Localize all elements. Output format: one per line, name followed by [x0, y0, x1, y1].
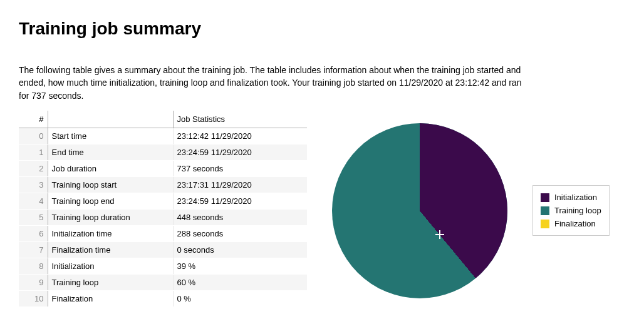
col-header-value: Job Statistics	[173, 111, 307, 128]
legend-label: Initialization	[554, 193, 597, 202]
row-value: 23:12:42 11/29/2020	[173, 128, 307, 144]
pie-slice-initialization	[332, 123, 507, 298]
chart-legend: Initialization Training loop Finalizatio…	[532, 185, 610, 236]
page-title: Training job summary	[19, 19, 625, 39]
table-row: 9Training loop60 %	[19, 274, 307, 290]
legend-item: Training loop	[541, 204, 601, 217]
legend-swatch	[541, 193, 549, 202]
table-row: 3Training loop start23:17:31 11/29/2020	[19, 176, 307, 193]
row-index: 2	[19, 160, 48, 176]
table-row: 2Job duration737 seconds	[19, 160, 307, 176]
row-label: Training loop duration	[48, 209, 173, 225]
row-index: 0	[19, 128, 48, 144]
row-index: 5	[19, 209, 48, 225]
row-index: 1	[19, 144, 48, 160]
row-label: Training loop start	[48, 176, 173, 193]
legend-label: Finalization	[554, 219, 596, 228]
row-label: End time	[48, 144, 173, 160]
legend-item: Finalization	[541, 217, 601, 230]
row-label: Start time	[48, 128, 173, 144]
table-row: 0Start time23:12:42 11/29/2020	[19, 128, 307, 144]
row-value: 23:17:31 11/29/2020	[173, 176, 307, 193]
row-value: 23:24:59 11/29/2020	[173, 144, 307, 160]
row-index: 10	[19, 290, 48, 306]
legend-item: Initialization	[541, 191, 601, 204]
row-label: Training loop	[48, 274, 173, 290]
row-index: 3	[19, 176, 48, 193]
row-index: 8	[19, 258, 48, 274]
row-index: 7	[19, 241, 48, 258]
row-label: Training loop end	[48, 193, 173, 209]
row-index: 4	[19, 193, 48, 209]
row-value: 737 seconds	[173, 160, 307, 176]
table-row: 10Finalization0 %	[19, 290, 307, 306]
row-index: 9	[19, 274, 48, 290]
table-row: 6Initialization time288 seconds	[19, 225, 307, 241]
pie-chart[interactable]	[332, 123, 507, 298]
row-index: 6	[19, 225, 48, 241]
intro-text: The following table gives a summary abou…	[19, 64, 532, 102]
legend-swatch	[541, 206, 549, 215]
col-header-label	[48, 111, 173, 128]
row-value: 288 seconds	[173, 225, 307, 241]
row-label: Finalization time	[48, 241, 173, 258]
table-row: 7Finalization time0 seconds	[19, 241, 307, 258]
row-value: 0 %	[173, 290, 307, 306]
job-stats-table: # Job Statistics 0Start time23:12:42 11/…	[19, 111, 307, 307]
row-value: 0 seconds	[173, 241, 307, 258]
col-header-index: #	[19, 111, 48, 128]
row-label: Initialization	[48, 258, 173, 274]
legend-swatch	[541, 220, 549, 228]
row-value: 23:24:59 11/29/2020	[173, 193, 307, 209]
row-value: 39 %	[173, 258, 307, 274]
row-label: Initialization time	[48, 225, 173, 241]
row-label: Job duration	[48, 160, 173, 176]
row-value: 60 %	[173, 274, 307, 290]
table-row: 5Training loop duration448 seconds	[19, 209, 307, 225]
chart-area: Initialization Training loop Finalizatio…	[332, 123, 610, 298]
table-row: 8Initialization39 %	[19, 258, 307, 274]
table-row: 1End time23:24:59 11/29/2020	[19, 144, 307, 160]
content-row: # Job Statistics 0Start time23:12:42 11/…	[19, 111, 625, 307]
row-value: 448 seconds	[173, 209, 307, 225]
table-row: 4Training loop end23:24:59 11/29/2020	[19, 193, 307, 209]
row-label: Finalization	[48, 290, 173, 306]
legend-label: Training loop	[554, 206, 601, 215]
